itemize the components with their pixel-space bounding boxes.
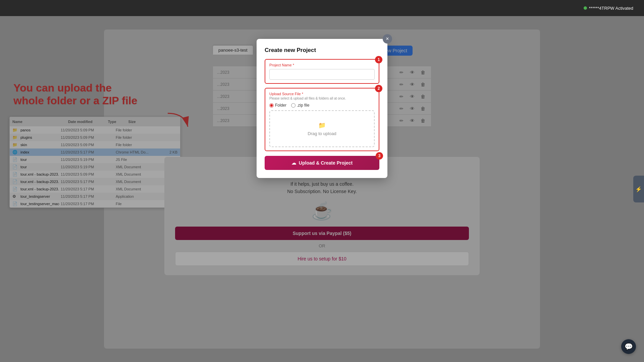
upload-create-button[interactable]: ☁ Upload & Create Project (265, 156, 379, 170)
project-name-input[interactable] (269, 69, 375, 80)
zip-radio-option[interactable]: .zip file (291, 103, 309, 108)
create-project-modal: × Create new Project 1 Project Name * 2 … (257, 39, 387, 178)
active-dot (584, 6, 587, 10)
chat-widget[interactable]: 💬 (621, 339, 636, 354)
upload-hint: Please select & upload all files & folde… (269, 97, 375, 100)
dropzone-text: Drag to upload (308, 131, 336, 136)
side-widget-icon: ⚡ (635, 186, 642, 192)
modal-close-button[interactable]: × (383, 34, 392, 44)
main-area: panoee-s3-test + New Project ...2023 ✏ 👁… (0, 16, 644, 362)
modal-overlay: × Create new Project 1 Project Name * 2 … (0, 16, 644, 362)
side-widget[interactable]: ⚡ (633, 176, 644, 202)
folder-radio-option[interactable]: Folder (269, 103, 286, 108)
project-name-section: 1 Project Name * (265, 59, 379, 84)
upload-section: 2 Upload Source File * Please select & u… (265, 88, 379, 151)
zip-radio[interactable] (291, 103, 296, 108)
modal-title: Create new Project (265, 47, 379, 54)
project-name-label: Project Name * (269, 63, 375, 67)
step-1-badge: 1 (375, 56, 382, 63)
upload-label: Upload Source File * (269, 92, 375, 96)
folder-radio[interactable] (269, 103, 274, 108)
top-bar: ******4TRPW Activated (0, 0, 644, 16)
upload-type-radio-group: Folder .zip file (269, 103, 375, 108)
step-3-badge: 3 (376, 152, 383, 160)
chat-icon: 💬 (625, 343, 633, 351)
step-2-badge: 2 (375, 85, 382, 92)
activation-badge: ******4TRPW Activated (584, 6, 633, 11)
drop-zone[interactable]: 📁 Drag to upload (269, 110, 375, 147)
dropzone-icon: 📁 (318, 122, 326, 129)
upload-btn-wrapper: ☁ Upload & Create Project 3 (265, 156, 379, 170)
upload-cloud-icon: ☁ (291, 160, 296, 166)
activation-text: ******4TRPW Activated (589, 6, 633, 11)
